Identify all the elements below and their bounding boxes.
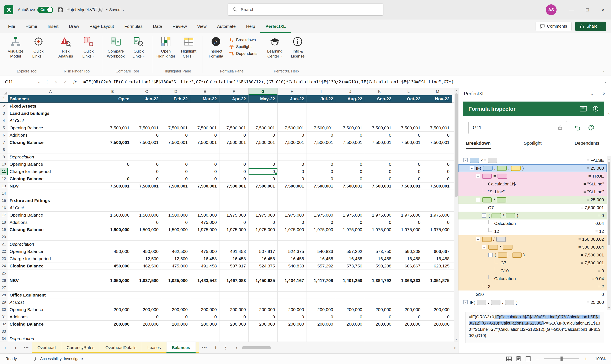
cell-F6[interactable]: 0 [219,132,249,139]
cell-G24[interactable]: 524,375 [249,262,278,270]
cell-D15[interactable] [161,197,190,204]
horizontal-scrollbar-thumb[interactable] [242,346,271,349]
cell-H4[interactable] [278,117,307,124]
cell-J12[interactable]: 0 [336,175,365,182]
cell-H23[interactable]: 16,458 [278,255,307,262]
inspected-cell-input[interactable]: G11 [468,121,567,134]
cell-J28[interactable] [336,292,365,299]
inspector-formula-text[interactable]: =IF(OR(G2>0,IF(Calculation1!$E$130="St.L… [465,312,604,343]
cell-L7[interactable]: 7,500,001 [394,139,423,146]
cell-I14[interactable] [307,190,336,197]
cell-C29[interactable] [132,299,161,306]
cell-A15[interactable]: Fixture and Fittings [8,197,93,204]
row-header-16[interactable]: 16 [0,204,8,212]
cell-C16[interactable] [132,204,161,212]
cell-J33[interactable] [336,328,365,335]
cell-C9[interactable] [132,154,161,161]
cell-G11[interactable]: 0 [249,168,278,175]
row-header-8[interactable]: 8 [0,146,8,154]
cell-F25[interactable] [219,270,249,277]
cell-B31[interactable] [93,313,132,321]
cell-F29[interactable] [219,299,249,306]
cell-M4[interactable] [423,117,452,124]
row-header-21[interactable]: 21 [0,241,8,248]
cell-C31[interactable]: 0 [132,313,161,321]
formula-node[interactable]: 2= 2 [459,283,607,290]
cell-J30[interactable]: 200,000 [336,306,365,313]
cell-I27[interactable] [307,284,336,292]
cell-J11[interactable]: 0 [336,168,365,175]
inspector-colors-button[interactable] [588,124,595,131]
cell-B1[interactable]: Open [93,95,132,103]
cell-B8[interactable] [93,146,132,154]
row-header-24[interactable]: 24 [0,262,8,270]
cell-A14[interactable] [8,190,93,197]
cell-E28[interactable] [190,292,219,299]
cell-E6[interactable]: 0 [190,132,219,139]
cell-I31[interactable]: 0 [307,313,336,321]
cell-F17[interactable]: 1,975,000 [219,212,249,219]
cell-M10[interactable]: 0 [423,161,452,168]
cell-K8[interactable] [365,146,394,154]
cell-K20[interactable] [365,234,394,241]
cell-G27[interactable] [249,284,278,292]
insert-function-button[interactable]: fx [70,76,80,88]
enter-formula-button[interactable]: ✓ [61,76,70,88]
cell-C34[interactable] [132,335,161,342]
excel-logo-icon[interactable] [4,5,14,15]
row-header-33[interactable]: 33 [0,328,8,335]
cell-H6[interactable]: 0 [278,132,307,139]
cell-K18[interactable]: 0 [365,219,394,226]
cell-B30[interactable]: 200,000 [93,306,132,313]
cell-M31[interactable]: 0 [423,313,452,321]
row-header-10[interactable]: 10 [0,161,8,168]
cell-H32[interactable]: 200,000 [278,321,307,328]
cell-A27[interactable] [8,284,93,292]
quick-links-button[interactable]: QuickLinks⌄ [127,35,150,59]
cell-F28[interactable] [219,292,249,299]
cell-L12[interactable]: 0 [394,175,423,182]
cell-D28[interactable] [161,292,190,299]
cell-B28[interactable] [93,292,132,299]
cell-C20[interactable] [132,234,161,241]
cell-L30[interactable]: 200,000 [394,306,423,313]
cell-F3[interactable] [219,110,249,117]
cell-D16[interactable] [161,204,190,212]
cell-H26[interactable]: 1,434,167 [278,277,307,284]
row-header-17[interactable]: 17 [0,212,8,219]
sheet-tab-overheaddetails[interactable]: OverheadDetails [100,342,142,353]
column-header-B[interactable]: B [93,88,132,95]
cell-K33[interactable] [365,328,394,335]
cell-L10[interactable]: 0 [394,161,423,168]
cell-L13[interactable]: 7,500,001 [394,182,423,190]
cell-A34[interactable]: Depreciation [8,335,93,342]
cell-E12[interactable]: 0 [190,175,219,182]
row-header-29[interactable]: 29 [0,299,8,306]
cell-I34[interactable] [307,335,336,342]
cell-E18[interactable]: 475,000 [190,219,219,226]
cell-G26[interactable]: 1,450,625 [249,277,278,284]
formula-node[interactable]: −== TRUE [459,172,607,180]
cell-E16[interactable] [190,204,219,212]
cell-C10[interactable]: 0 [132,161,161,168]
cell-A12[interactable]: Closing Balance [8,175,93,182]
cell-D7[interactable]: 7,500,001 [161,139,190,146]
cell-F12[interactable]: 0 [219,175,249,182]
cell-A2[interactable]: Fixed Assets [8,103,93,110]
cell-I12[interactable]: 0 [307,175,336,182]
cell-B29[interactable] [93,299,132,306]
cell-M30[interactable]: 200,000 [423,306,452,313]
cell-M26[interactable]: 1,351,875 [423,277,452,284]
cell-A23[interactable]: Charge for the period [8,255,93,262]
row-header-15[interactable]: 15 [0,197,8,204]
cell-M19[interactable]: 1,975,000 [423,226,452,234]
cell-I3[interactable] [307,110,336,117]
cell-C1[interactable]: Jan-22 [132,95,161,103]
cell-A4[interactable]: At Cost [8,117,93,124]
cell-K1[interactable]: Sep-22 [365,95,394,103]
cell-B3[interactable] [93,110,132,117]
cell-D9[interactable] [161,154,190,161]
cell-H16[interactable] [278,204,307,212]
cell-J27[interactable] [336,284,365,292]
new-sheet-button[interactable]: + [210,342,221,353]
